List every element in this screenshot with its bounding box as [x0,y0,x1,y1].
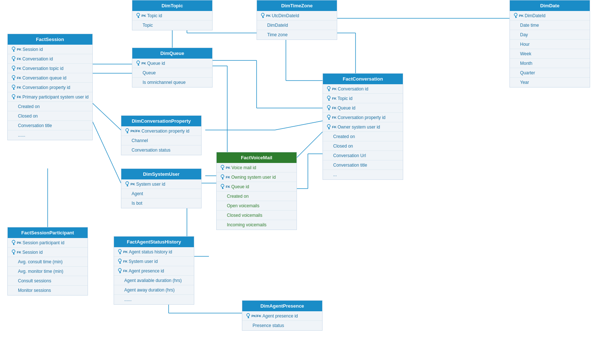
table-row: Created on [8,102,92,111]
svg-rect-58 [13,79,14,79]
row-text: Agent away duration (hrs) [124,287,174,293]
svg-rect-33 [138,17,139,18]
row-text: Agent status history id [129,249,172,255]
svg-rect-54 [13,69,14,70]
table-row: Open voicemails [217,201,297,211]
svg-point-55 [12,75,15,78]
row-text: Consult sessions [18,278,51,283]
table-header-dimdate: DimDate [510,0,590,11]
svg-point-127 [118,268,121,271]
svg-rect-37 [262,17,264,18]
key-icon [327,96,331,101]
row-text: Conversation topic id [22,66,63,71]
svg-rect-114 [13,244,14,244]
badge-label: FK [17,250,21,254]
key-icon [261,13,265,19]
table-row: Consult sessions [8,276,88,286]
badge-label: PK [332,87,337,91]
badge-label: PK/FK [251,314,261,318]
key-icon [118,268,122,274]
row-text: Avg. monitor time (min) [18,269,63,274]
key-icon [136,60,140,66]
table-row: PKConversation id [323,84,403,94]
svg-rect-122 [119,253,121,253]
table-row: Created on [217,192,297,201]
svg-rect-66 [13,98,14,99]
row-text: Session participant id [23,240,65,245]
badge-label: FK [123,269,128,273]
table-header-dimsystemuser: DimSystemUser [121,169,201,179]
table-dimtimezone: DimTimeZone PKUtcDimDateIdDimDateIdTime … [257,0,337,40]
svg-point-71 [126,129,129,131]
row-text: Session id [23,47,43,52]
svg-point-51 [12,66,15,69]
key-icon [125,181,129,187]
svg-rect-50 [13,60,14,60]
table-header-dimagentpresence: DimAgentPresence [242,301,322,311]
table-row: PKVoice mail id [217,163,297,172]
table-dimsystemuser: DimSystemUser PKSystem user idAgentIs bo… [121,168,202,208]
table-row: Closed on [323,141,403,151]
svg-rect-81 [328,90,330,91]
svg-rect-78 [127,185,128,186]
table-row: Presence status [242,321,322,330]
table-header-dimqueue: DimQueue [132,48,212,59]
table-row: Conversation Url [323,151,403,160]
key-icon [11,94,16,100]
svg-rect-82 [328,90,330,90]
row-text: Closed voicemails [227,213,262,218]
badge-label: FK [332,97,336,100]
table-factsession: FactSession PKSession id FKConversation … [7,34,93,140]
table-row: Year [510,78,590,87]
row-text: Closed on [333,144,353,149]
svg-rect-45 [13,51,15,52]
table-row: PK/FKAgent presence id [242,311,322,321]
table-row: FKPrimary participant system user id [8,92,92,102]
row-text: Topic [143,23,153,28]
table-row: DimDateId [257,21,337,30]
row-text: Date time [520,23,539,28]
table-row: Closed voicemails [217,211,297,220]
table-row: PKTopic id [132,11,212,21]
svg-rect-130 [119,272,121,272]
table-row: Queue [132,68,212,78]
table-row: FKConversation id [8,54,92,64]
key-icon [246,313,250,319]
svg-point-83 [327,96,330,99]
table-row: Closed on [8,111,92,121]
key-icon [11,75,16,81]
table-row: ...... [8,130,92,140]
row-text: Is bot [132,201,142,206]
row-text: Month [520,61,532,66]
key-icon [327,86,331,92]
table-row: FKSession id [8,248,88,257]
row-text: Conversation property id [22,85,70,90]
row-text: Open voicemails [227,203,260,208]
table-dimagentpresence: DimAgentPresence PK/FKAgent presence idP… [242,300,323,331]
svg-rect-73 [127,133,128,133]
badge-label: PK [123,250,128,254]
row-text: Queue id [231,184,249,189]
row-text: Session id [22,250,43,255]
svg-rect-61 [13,89,15,90]
svg-rect-118 [13,253,14,254]
svg-rect-77 [127,186,128,186]
svg-rect-102 [222,168,223,169]
row-text: Conversation property id [141,129,189,134]
svg-line-16 [88,112,121,183]
row-text: Conversation queue id [22,75,66,81]
badge-label: PK [141,14,146,18]
svg-rect-98 [328,128,330,129]
row-text: Conversation Url [333,153,366,158]
badge-label: PK [17,48,22,51]
badge-label: FK [332,116,336,119]
row-text: Topic id [338,96,353,101]
svg-point-103 [221,175,224,178]
badge-label: FK [332,125,336,129]
key-icon [11,47,16,52]
key-icon [11,66,16,71]
row-text: Day [520,32,528,37]
table-row: FKSystem user id [114,257,194,266]
table-row: FKConversation topic id [8,64,92,73]
key-icon [514,13,518,19]
